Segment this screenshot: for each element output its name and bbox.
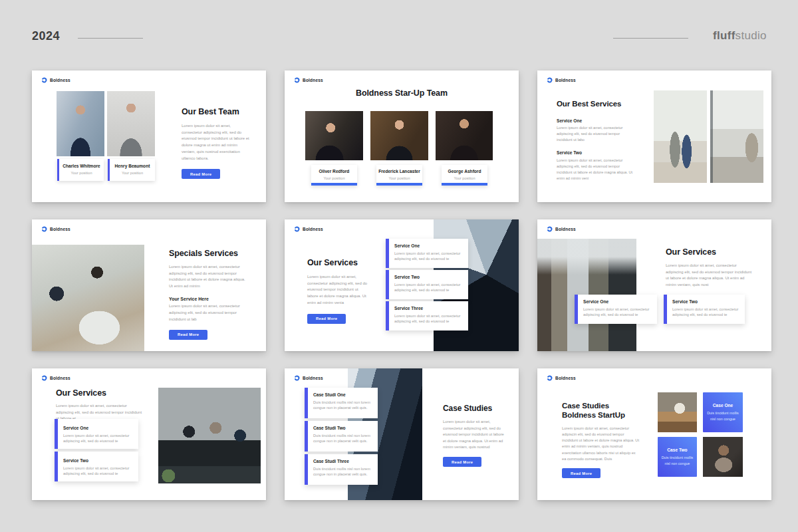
service-name: Service Three bbox=[394, 306, 463, 311]
read-more-button[interactable]: Read More bbox=[562, 468, 600, 478]
service-desc: Lorem ipsum dolor sit amet, consectetur … bbox=[557, 158, 636, 182]
boldness-logo-text: Boldness bbox=[50, 376, 70, 380]
top-bar: 2024 fluffstudio bbox=[0, 0, 798, 60]
member-name: Oliver Redford bbox=[311, 169, 357, 174]
service-card: Service One Lorem ipsum dolor sit amet, … bbox=[55, 419, 138, 449]
slide-case-studies-startup: Boldness Case Studies Boldness StartUp L… bbox=[537, 368, 771, 500]
slide-body: Lorem ipsum dolor sit amet, consectetur … bbox=[307, 274, 368, 307]
text-column: Our Best Services Service One Lorem ipsu… bbox=[557, 100, 636, 182]
slide-our-services-photo-left: Boldness Our Services Lorem ipsum dolor … bbox=[537, 219, 771, 351]
year-label: 2024 bbox=[32, 29, 60, 43]
slide-body: Lorem ipsum dolor sit amet, consectetur … bbox=[169, 264, 250, 290]
brand-bold: fluff bbox=[713, 29, 735, 42]
service-name: Service One bbox=[63, 426, 133, 430]
slide-title: Our Services bbox=[307, 258, 368, 268]
sub-body: Lorem ipsum dolor sit amet, consectetur … bbox=[169, 303, 250, 323]
service-name: Service One bbox=[394, 243, 463, 248]
accent-bar bbox=[305, 454, 308, 485]
member-position: Your position bbox=[442, 176, 487, 180]
boldness-logo-icon bbox=[547, 226, 553, 232]
member-position: Your position bbox=[311, 176, 357, 180]
boldness-logo-icon bbox=[547, 77, 553, 83]
slide-startup-team: Boldness Boldness Star-Up Team Oliver Re… bbox=[285, 70, 519, 202]
member-name: George Ashford bbox=[442, 169, 487, 174]
slide-our-services-list: Boldness Our Services Lorem ipsum dolor … bbox=[32, 368, 266, 500]
slide-case-studies: Boldness Case Studi One Duis tincidunt m… bbox=[285, 368, 519, 500]
slide-our-best-team: Boldness Charles Whitmore Your position … bbox=[32, 70, 266, 202]
accent-bar bbox=[442, 183, 487, 186]
service-desc: Lorem ipsum dolor sit amet, consectetur … bbox=[557, 125, 636, 143]
photo-team-workshop bbox=[158, 388, 261, 483]
member-card: Frederick Lancaster Your position bbox=[376, 165, 422, 186]
service-name: Service Two bbox=[557, 150, 636, 155]
slide-our-best-services: Boldness Our Best Services Service One L… bbox=[537, 70, 771, 202]
accent-bar bbox=[311, 183, 357, 186]
divider-line-left bbox=[78, 38, 143, 39]
photo-member-oliver bbox=[305, 111, 363, 160]
member-position: Your position bbox=[59, 171, 104, 175]
slide-specials-services: Boldness Specials Services Lorem ipsum d… bbox=[32, 219, 266, 351]
boldness-logo-icon bbox=[41, 375, 47, 381]
service-desc: Lorem ipsum dolor sit amet, consectetur … bbox=[63, 433, 133, 445]
read-more-button[interactable]: Read More bbox=[307, 314, 346, 324]
accent-bar bbox=[55, 452, 58, 481]
slide-body: Lorem ipsum dolor sit amet, consectetur … bbox=[562, 426, 640, 462]
case-card: Case Studi Three Duis tincidunt mollis n… bbox=[305, 454, 378, 485]
accent-bar bbox=[386, 301, 389, 331]
service-desc: Lorem ipsum dolor sit amet, consectetur … bbox=[583, 307, 652, 319]
read-more-button[interactable]: Read More bbox=[182, 169, 220, 179]
boldness-logo: Boldness bbox=[547, 226, 576, 232]
case-desc: Duis tincidunt mollis nisl non lorem con… bbox=[313, 433, 372, 445]
text-column: Case Studies Lorem ipsum dolor sit amet,… bbox=[443, 404, 504, 467]
photo-member-frederick bbox=[370, 111, 428, 160]
member-card: George Ashford Your position bbox=[442, 165, 487, 186]
accent-bar bbox=[55, 419, 58, 449]
boldness-logo: Boldness bbox=[547, 77, 576, 83]
service-desc: Lorem ipsum dolor sit amet, consectetur … bbox=[63, 466, 133, 477]
text-column: Our Services Lorem ipsum dolor sit amet,… bbox=[666, 247, 753, 289]
boldness-logo-text: Boldness bbox=[50, 78, 70, 82]
photo-case-study bbox=[703, 437, 743, 477]
case-card: Case Studi One Duis tincidunt mollis nis… bbox=[305, 388, 378, 418]
slide-our-services-cards: Boldness Our Services Lorem ipsum dolor … bbox=[285, 219, 519, 351]
boldness-logo-icon bbox=[294, 226, 300, 232]
service-desc: Lorem ipsum dolor sit amet, consectetur … bbox=[394, 313, 463, 325]
case-card-blue: Case Two Duis tincidunt mollis nisl non … bbox=[658, 437, 697, 477]
boldness-logo-icon bbox=[294, 77, 300, 83]
slide-title: Our Best Team bbox=[182, 107, 251, 117]
service-card: Service Two Lorem ipsum dolor sit amet, … bbox=[664, 295, 745, 324]
accent-bar bbox=[305, 388, 308, 418]
service-card: Service Two Lorem ipsum dolor sit amet, … bbox=[55, 452, 138, 481]
member-card: Charles Whitmore Your position bbox=[57, 159, 104, 181]
case-name: Case One bbox=[706, 403, 739, 408]
slide-body: Lorem ipsum dolor sit amet, consectetur … bbox=[443, 419, 504, 450]
service-card: Service One Lorem ipsum dolor sit amet, … bbox=[575, 295, 657, 324]
member-name: Frederick Lancaster bbox=[376, 169, 422, 174]
slide-body: Lorem ipsum dolor sit amet, consectetur … bbox=[666, 263, 753, 289]
read-more-button[interactable]: Read More bbox=[443, 457, 481, 467]
slide-title: Boldness Star-Up Team bbox=[285, 88, 519, 98]
divider-line-right bbox=[613, 38, 688, 39]
accent-bar bbox=[575, 295, 578, 324]
member-card: Oliver Redford Your position bbox=[311, 165, 357, 186]
boldness-logo-icon bbox=[547, 375, 553, 381]
service-desc: Lorem ipsum dolor sit amet, consectetur … bbox=[394, 251, 463, 263]
text-column: Specials Services Lorem ipsum dolor sit … bbox=[169, 249, 250, 340]
case-desc: Duis tincidunt mollis nisl non lorem con… bbox=[313, 400, 372, 412]
case-desc: Duis tincidunt mollis nisl non congue bbox=[706, 410, 739, 422]
case-card-blue: Case One Duis tincidunt mollis nisl non … bbox=[703, 392, 743, 432]
case-desc: Duis tincidunt mollis nisl non lorem con… bbox=[313, 466, 372, 478]
accent-bar bbox=[305, 421, 308, 452]
photo-member-george bbox=[436, 111, 493, 160]
case-name: Case Two bbox=[661, 448, 694, 452]
boldness-logo: Boldness bbox=[41, 226, 70, 232]
member-position: Your position bbox=[110, 171, 155, 175]
text-column: Our Services Lorem ipsum dolor sit amet,… bbox=[307, 258, 368, 324]
photo-team-laptop bbox=[32, 245, 144, 351]
boldness-logo-icon bbox=[294, 375, 300, 381]
slide-title-line2: Boldness StartUp bbox=[562, 411, 640, 420]
boldness-logo: Boldness bbox=[294, 77, 323, 83]
boldness-logo-text: Boldness bbox=[555, 78, 576, 82]
read-more-button[interactable]: Read More bbox=[169, 330, 207, 340]
accent-bar bbox=[386, 239, 389, 268]
